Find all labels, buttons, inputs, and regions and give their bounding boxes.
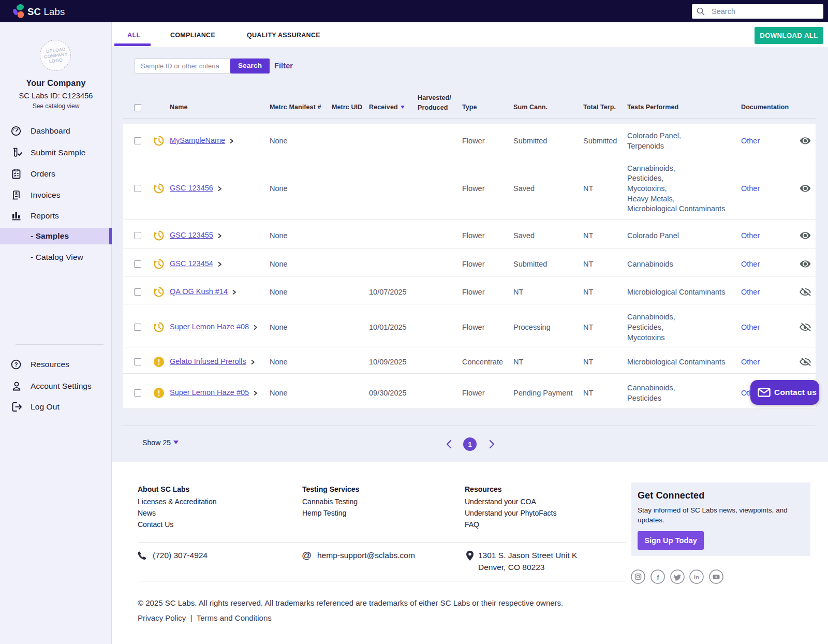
svg-text:?: ? [14,361,18,368]
svg-text:$: $ [15,191,18,196]
svg-text:f: f [657,574,659,581]
svg-text:in: in [694,574,699,580]
